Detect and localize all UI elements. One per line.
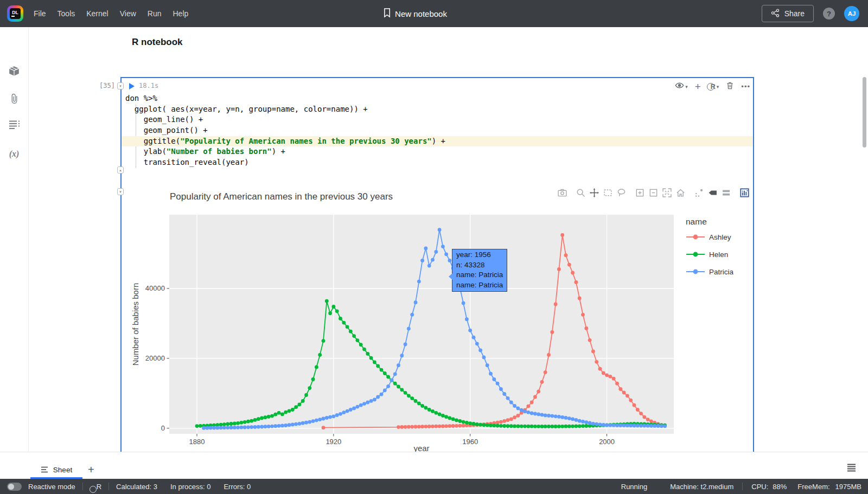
code-line[interactable]: transition_reveal(year)	[122, 157, 753, 168]
add-cell-button[interactable]: +	[695, 82, 701, 91]
calculated-status: Calculated: 3	[116, 483, 157, 491]
camera-icon[interactable]	[557, 188, 567, 198]
menu-tools[interactable]: Tools	[58, 9, 75, 18]
code-line[interactable]: geom_line() +	[122, 114, 753, 125]
cell-output: 188019201960200002000040000Number of bab…	[122, 180, 753, 452]
plotly-logo-icon[interactable]	[739, 188, 750, 198]
code-line[interactable]: geom_point() +	[122, 125, 753, 136]
svg-text:2000: 2000	[599, 438, 615, 446]
help-button[interactable]: ?	[823, 8, 835, 20]
legend-item-patricia[interactable]: Patricia	[686, 268, 733, 275]
tooltip-line: year: 1956	[456, 250, 503, 260]
chart-title: Popularity of American names in the prev…	[170, 191, 393, 202]
zoom-in-icon[interactable]	[635, 188, 645, 198]
pan-icon[interactable]	[589, 188, 599, 198]
attachments-icon[interactable]	[0, 92, 28, 105]
page-title: R notebook	[132, 37, 183, 48]
notebook-title: New notebook	[395, 9, 447, 18]
run-cell-button[interactable]	[129, 83, 135, 89]
plotly-modebar	[557, 188, 750, 198]
notebook-title-area[interactable]: New notebook	[383, 0, 447, 27]
code-line[interactable]: ggtitle("Popularity of American names in…	[122, 136, 753, 147]
legend-item-ashley[interactable]: Ashley	[686, 233, 733, 241]
reactive-mode-label: Reactive mode	[28, 483, 75, 491]
legend-label: Patricia	[709, 268, 733, 276]
zoom-out-icon[interactable]	[648, 188, 659, 198]
sheet-list-icon[interactable]	[847, 464, 856, 474]
delete-cell-button[interactable]	[726, 81, 734, 92]
hover-closest-icon[interactable]	[707, 188, 718, 198]
autoscale-icon[interactable]	[662, 188, 672, 198]
sheet-tabstrip: Sheet +	[0, 452, 868, 479]
eye-icon	[675, 81, 684, 92]
fold-cell-handle[interactable]: ▾	[117, 82, 124, 89]
main-menu: File Tools Kernel View Run Help	[34, 0, 188, 27]
share-button[interactable]: Share	[762, 5, 814, 22]
legend-swatch	[686, 268, 705, 275]
menu-kernel[interactable]: Kernel	[86, 9, 108, 18]
svg-text:0: 0	[161, 424, 165, 432]
kernel-label[interactable]: R	[97, 483, 101, 491]
zoom-icon[interactable]	[576, 188, 586, 198]
tab-sheet[interactable]: Sheet	[30, 460, 82, 479]
status-bar: Reactive mode R Calculated: 3 In process…	[0, 479, 868, 494]
cpu-label: CPU:	[751, 483, 768, 491]
legend-title: name	[686, 217, 733, 227]
legend-swatch	[686, 251, 705, 258]
sheet-icon	[41, 466, 48, 473]
packages-icon[interactable]	[0, 65, 28, 77]
user-avatar[interactable]: AJ	[844, 6, 859, 21]
top-bar: DL File Tools Kernel View Run Help New n…	[0, 0, 868, 27]
chevron-down-icon: ▾	[685, 84, 688, 89]
svg-text:Number of babies born: Number of babies born	[131, 283, 140, 366]
code-line[interactable]: don %>%	[122, 93, 753, 104]
left-sidebar: (x)	[0, 27, 29, 452]
help-icon: ?	[827, 10, 831, 18]
more-actions-button[interactable]: •••	[741, 82, 750, 91]
svg-text:20000: 20000	[145, 354, 165, 362]
menu-view[interactable]: View	[120, 9, 136, 18]
spikelines-icon[interactable]	[694, 188, 704, 198]
fold-output-handle[interactable]: ▾	[117, 188, 124, 195]
svg-text:40000: 40000	[145, 284, 165, 292]
topbar-actions: Share ? AJ	[762, 0, 859, 27]
menu-help[interactable]: Help	[173, 9, 189, 18]
tooltip-line: name: Patricia	[456, 280, 503, 291]
reset-axes-icon[interactable]	[675, 188, 686, 198]
box-select-icon[interactable]	[603, 188, 613, 198]
table-of-contents-icon[interactable]	[0, 120, 28, 130]
vertical-scrollbar[interactable]	[863, 77, 866, 147]
visibility-button[interactable]: ▾	[675, 81, 688, 92]
datalore-notebook-app: DL File Tools Kernel View Run Help New n…	[0, 0, 868, 494]
ellipsis-icon: •••	[741, 82, 750, 91]
code-line[interactable]: ylab("Number of babies born") +	[122, 146, 753, 157]
lasso-select-icon[interactable]	[616, 188, 627, 198]
reactive-mode-toggle[interactable]	[7, 483, 22, 491]
avatar-initials: AJ	[848, 10, 856, 17]
hover-compare-icon[interactable]	[721, 188, 731, 198]
trash-icon	[726, 81, 734, 92]
share-label: Share	[784, 9, 805, 18]
errors-status: Errors: 0	[224, 483, 251, 491]
memory-label: FreeMem:	[797, 483, 829, 491]
legend-item-helen[interactable]: Helen	[686, 251, 733, 258]
in-process-status: In process: 0	[170, 483, 210, 491]
sheet-tab-label: Sheet	[53, 466, 72, 474]
add-sheet-button[interactable]: +	[88, 464, 94, 476]
fold-input-handle[interactable]: ▴	[117, 166, 124, 174]
tooltip-line: n: 43328	[456, 260, 503, 271]
menu-file[interactable]: File	[34, 9, 46, 18]
code-line[interactable]: ggplot( aes(x=year, y=n, group=name, col…	[122, 104, 753, 115]
logo-text: DL	[12, 10, 18, 15]
kernel-selector-button[interactable]: R ▾	[708, 83, 719, 91]
running-status: Running	[621, 483, 647, 491]
variables-icon[interactable]: (x)	[0, 149, 28, 159]
chart-legend: nameAshleyHelenPatricia	[686, 217, 733, 285]
share-icon	[771, 9, 780, 19]
legend-label: Helen	[709, 251, 728, 259]
datalore-logo-icon[interactable]: DL	[7, 5, 23, 22]
chevron-down-icon: ▾	[717, 84, 719, 89]
code-editor[interactable]: don %>% ggplot( aes(x=year, y=n, group=n…	[122, 93, 753, 168]
menu-run[interactable]: Run	[148, 9, 162, 18]
svg-text:1920: 1920	[326, 438, 341, 446]
